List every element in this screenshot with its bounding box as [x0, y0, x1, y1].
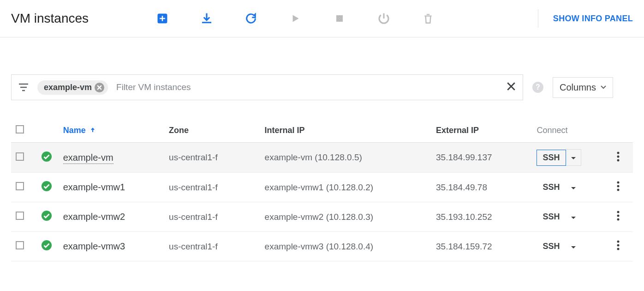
more-actions-button[interactable] — [612, 213, 624, 223]
help-button[interactable]: ? — [532, 82, 543, 93]
clear-filter-button[interactable] — [506, 80, 516, 95]
vm-name-link[interactable]: example-vmw3 — [63, 241, 125, 251]
svg-point-14 — [42, 240, 52, 250]
more-vert-icon — [617, 152, 620, 162]
page-header: VM instances SHOW INFO PANEL — [0, 0, 644, 37]
svg-point-10 — [42, 211, 52, 221]
svg-point-15 — [617, 241, 620, 243]
svg-point-4 — [617, 155, 620, 158]
filter-section: example-vm ? Columns — [0, 37, 644, 119]
filter-chip[interactable]: example-vm — [37, 80, 108, 95]
header-checkbox[interactable] — [11, 119, 36, 143]
svg-point-12 — [617, 215, 620, 217]
ssh-button[interactable]: SSH — [537, 150, 566, 166]
ssh-dropdown[interactable] — [566, 209, 581, 225]
caret-down-icon — [601, 85, 606, 89]
create-instance-button[interactable] — [153, 9, 172, 28]
caret-down-icon — [571, 216, 576, 220]
show-info-panel-button[interactable]: SHOW INFO PANEL — [553, 14, 633, 24]
stop-icon — [334, 13, 345, 24]
vm-external-ip: 35.184.99.137 — [431, 143, 532, 173]
ssh-button[interactable]: SSH — [537, 179, 566, 195]
header-name[interactable]: Name — [59, 119, 164, 143]
filter-chip-remove[interactable] — [95, 83, 104, 92]
status-running-icon — [41, 240, 52, 251]
more-actions-button[interactable] — [612, 154, 624, 164]
vm-zone: us-central1-f — [164, 173, 260, 202]
table-row[interactable]: example-vm us-central1-f example-vm (10.… — [11, 143, 633, 173]
svg-point-9 — [617, 189, 620, 191]
more-vert-icon — [617, 181, 620, 191]
status-running-icon — [41, 181, 52, 192]
add-icon — [156, 12, 169, 25]
ssh-button[interactable]: SSH — [537, 209, 566, 225]
start-button[interactable] — [286, 9, 304, 28]
close-icon — [97, 85, 102, 90]
status-running-icon — [41, 210, 52, 221]
vm-zone: us-central1-f — [164, 143, 260, 173]
ssh-dropdown[interactable] — [566, 239, 581, 255]
svg-point-11 — [617, 211, 620, 213]
vm-zone: us-central1-f — [164, 232, 260, 261]
row-checkbox[interactable] — [16, 182, 24, 190]
vm-name-link[interactable]: example-vmw2 — [63, 212, 125, 222]
svg-point-17 — [617, 248, 620, 250]
svg-point-8 — [617, 185, 620, 188]
ssh-dropdown[interactable] — [566, 149, 581, 166]
page-title: VM instances — [11, 11, 89, 26]
svg-rect-1 — [336, 15, 343, 22]
filter-input[interactable] — [116, 82, 498, 92]
header-right: SHOW INFO PANEL — [538, 9, 633, 28]
divider — [538, 9, 538, 28]
vm-table: Name Zone Internal IP External IP Connec… — [11, 119, 633, 261]
filter-icon — [18, 83, 29, 92]
power-icon — [377, 12, 391, 25]
vm-external-ip: 35.184.159.72 — [431, 232, 532, 261]
delete-button[interactable] — [419, 9, 437, 28]
status-running-icon — [41, 151, 52, 162]
more-vert-icon — [617, 211, 620, 221]
row-checkbox[interactable] — [16, 152, 24, 161]
vm-external-ip: 35.184.49.78 — [431, 173, 532, 202]
table-header-row: Name Zone Internal IP External IP Connec… — [11, 119, 633, 143]
table-row[interactable]: example-vmw3 us-central1-f example-vmw3 … — [11, 232, 633, 261]
header-zone[interactable]: Zone — [164, 119, 260, 143]
vm-external-ip: 35.193.10.252 — [431, 202, 532, 232]
row-checkbox[interactable] — [16, 212, 24, 220]
stop-button[interactable] — [330, 9, 349, 28]
columns-label: Columns — [560, 82, 596, 93]
trash-icon — [422, 12, 434, 25]
caret-down-icon — [571, 246, 576, 249]
svg-point-7 — [617, 182, 620, 184]
table-row[interactable]: example-vmw2 us-central1-f example-vmw2 … — [11, 202, 633, 232]
import-button[interactable] — [197, 9, 216, 28]
svg-point-16 — [617, 244, 620, 247]
more-vert-icon — [617, 240, 620, 250]
vm-internal-ip: example-vmw1 (10.128.0.2) — [260, 173, 431, 202]
svg-point-2 — [42, 152, 52, 162]
row-checkbox[interactable] — [16, 241, 24, 249]
vm-internal-ip: example-vmw3 (10.128.0.4) — [260, 232, 431, 261]
vm-name-link[interactable]: example-vmw1 — [63, 182, 125, 192]
svg-point-13 — [617, 218, 620, 221]
filter-chip-label: example-vm — [44, 83, 92, 92]
header-internal-ip[interactable]: Internal IP — [260, 119, 431, 143]
more-actions-button[interactable] — [612, 183, 624, 193]
more-actions-button[interactable] — [612, 242, 624, 252]
table-row[interactable]: example-vmw1 us-central1-f example-vmw1 … — [11, 173, 633, 202]
vm-internal-ip: example-vm (10.128.0.5) — [260, 143, 431, 173]
caret-down-icon — [571, 157, 576, 160]
toolbar — [153, 9, 437, 28]
vm-zone: us-central1-f — [164, 202, 260, 232]
ssh-button[interactable]: SSH — [537, 238, 566, 255]
play-icon — [289, 12, 301, 24]
vm-name-link[interactable]: example-vm — [63, 152, 113, 164]
header-connect: Connect — [532, 119, 608, 143]
columns-button[interactable]: Columns — [553, 77, 613, 98]
ssh-dropdown[interactable] — [566, 180, 581, 195]
reset-button[interactable] — [375, 9, 393, 28]
x-icon — [506, 81, 516, 91]
refresh-button[interactable] — [242, 9, 260, 28]
caret-down-icon — [571, 187, 576, 190]
header-external-ip[interactable]: External IP — [431, 119, 532, 143]
